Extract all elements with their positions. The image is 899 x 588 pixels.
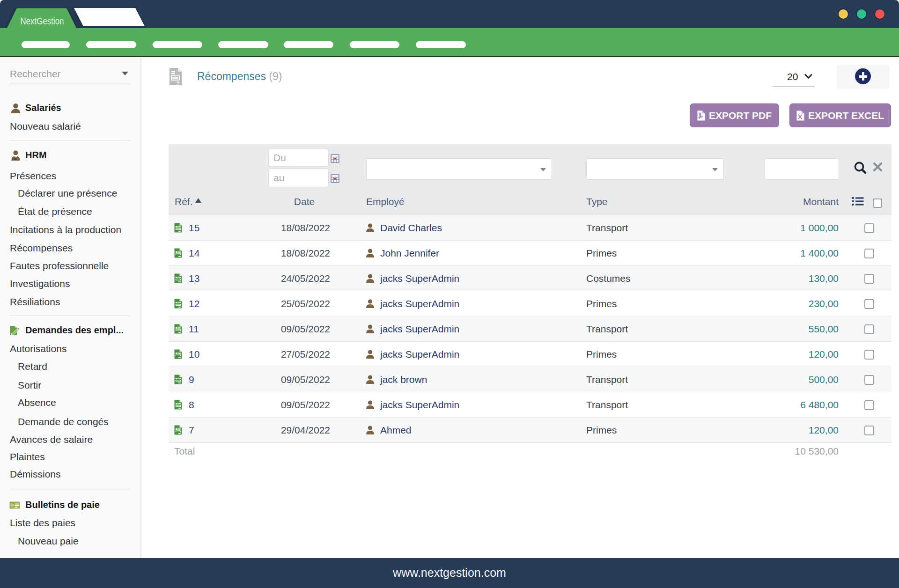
svg-text:NextGestion: NextGestion <box>21 15 64 26</box>
svg-text:$: $ <box>11 503 14 507</box>
